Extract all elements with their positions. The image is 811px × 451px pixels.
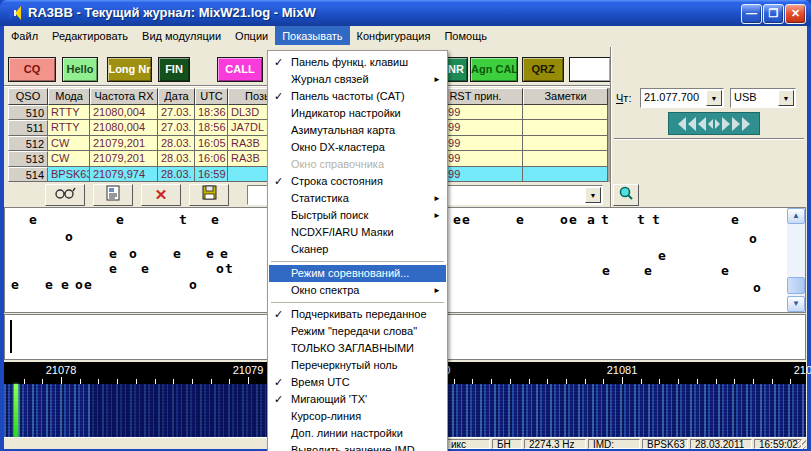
search-log-button[interactable] — [45, 184, 85, 206]
table-cell[interactable] — [523, 167, 608, 182]
table-cell[interactable]: 513 — [8, 151, 48, 166]
check-icon: ✓ — [274, 173, 288, 190]
table-header-Заметки[interactable]: Заметки — [523, 88, 608, 105]
table-cell[interactable]: 16:06 — [195, 151, 228, 166]
save-qso-button[interactable] — [189, 184, 229, 206]
frequency-dropdown-arrow-icon[interactable]: ▼ — [706, 90, 722, 106]
menubar-item-Помощь[interactable]: Помощь — [437, 26, 494, 45]
macro-button-CQ[interactable]: CQ — [8, 57, 56, 82]
table-cell[interactable]: CW — [48, 136, 90, 151]
dropdown-item-Индикатор настройки[interactable]: Индикатор настройки — [269, 105, 446, 122]
menubar-item-Файл[interactable]: Файл — [4, 26, 45, 45]
macro-button-FIN[interactable]: FIN — [158, 57, 190, 82]
dropdown-item-Быстрый поиск[interactable]: Быстрый поиск► — [269, 207, 446, 224]
dropdown-item-Строка состояния[interactable]: ✓Строка состояния — [269, 173, 446, 190]
dropdown-item-NCDXF/IARU Маяки[interactable]: NCDXF/IARU Маяки — [269, 224, 446, 241]
rx-scrollbar-thumb[interactable] — [787, 277, 805, 294]
submenu-arrow-icon: ► — [433, 282, 441, 299]
arrow-right-icon[interactable] — [742, 117, 750, 131]
table-cell[interactable]: 16:59 — [195, 167, 228, 182]
macro-button-blank-8[interactable] — [569, 57, 611, 82]
mode-combo[interactable]: USB ▼ — [730, 88, 796, 108]
table-cell[interactable] — [523, 105, 608, 120]
minimize-button[interactable]: — — [741, 4, 762, 24]
app-window: RA3BB - Текущий журнал: MixW21.log - Mix… — [0, 0, 811, 451]
dropdown-item-Сканер[interactable]: Сканер — [269, 241, 446, 258]
table-cell[interactable]: 28.03. — [158, 151, 195, 166]
dropdown-item-ТОЛЬКО ЗАГЛАВНЫМИ[interactable]: ТОЛЬКО ЗАГЛАВНЫМИ — [269, 340, 446, 357]
menubar-item-Редактировать[interactable]: Редактировать — [45, 26, 135, 45]
dropdown-item-Режим соревнований...[interactable]: Режим соревнований... — [269, 265, 446, 282]
edit-qso-button[interactable] — [93, 184, 133, 206]
dropdown-item-Панель функц. клавиш[interactable]: ✓Панель функц. клавиш — [269, 54, 446, 71]
table-cell[interactable]: BPSK63 — [48, 167, 90, 182]
table-cell[interactable]: 27.03. — [158, 120, 195, 135]
dropdown-item-Окно спектра[interactable]: Окно спектра► — [269, 282, 446, 299]
delete-qso-button[interactable]: ✕ — [141, 184, 181, 206]
table-header-UTC[interactable]: UTC — [195, 88, 228, 105]
maximize-button[interactable]: ❐ — [763, 4, 784, 24]
macro-button-QRZ[interactable]: QRZ — [522, 57, 564, 82]
dropdown-item-Панель частоты (CAT)[interactable]: ✓Панель частоты (CAT) — [269, 88, 446, 105]
dropdown-item-Режим "передачи слова"[interactable]: Режим "передачи слова" — [269, 323, 446, 340]
mode-dropdown-arrow-icon[interactable]: ▼ — [778, 90, 794, 106]
arrow-left-icon[interactable] — [688, 117, 696, 131]
dropdown-item-Азимутальная карта[interactable]: Азимутальная карта — [269, 122, 446, 139]
arrow-right-icon[interactable] — [732, 117, 740, 131]
dropdown-item-Перечеркнутый ноль[interactable]: Перечеркнутый ноль — [269, 357, 446, 374]
scroll-down-arrow-icon[interactable]: ▼ — [787, 296, 805, 312]
menubar-item-Показывать[interactable]: Показывать — [275, 26, 349, 45]
table-cell[interactable]: RTTY — [48, 105, 90, 120]
macro-button-Long Nr[interactable]: Long Nr — [107, 57, 152, 82]
scroll-up-arrow-icon[interactable]: ▲ — [787, 208, 805, 224]
menubar-item-Конфигурация[interactable]: Конфигурация — [350, 26, 438, 45]
table-cell[interactable]: 511 — [8, 120, 48, 135]
menubar-item-Вид модуляции[interactable]: Вид модуляции — [135, 26, 228, 45]
table-cell[interactable]: 514 — [8, 167, 48, 182]
close-button[interactable]: ✕ — [785, 4, 806, 24]
dropdown-item-Мигающий 'TX'[interactable]: ✓Мигающий 'TX' — [269, 391, 446, 408]
table-cell[interactable]: 18:36 — [195, 105, 228, 120]
table-cell[interactable]: 21079,201 — [90, 151, 158, 166]
menubar-item-Опции[interactable]: Опции — [228, 26, 275, 45]
arrow-left-icon[interactable] — [698, 117, 706, 131]
table-cell[interactable]: CW — [48, 151, 90, 166]
dropdown-item-Выводить значение IMD[interactable]: Выводить значение IMD — [269, 442, 446, 451]
table-cell[interactable]: 21079,974 — [90, 167, 158, 182]
table-header-Частота RX[interactable]: Частота RX — [90, 88, 158, 105]
dropdown-item-Подчеркивать переданное[interactable]: ✓Подчеркивать переданное — [269, 306, 446, 323]
dropdown-item-Журнал связей[interactable]: Журнал связей► — [269, 71, 446, 88]
table-cell[interactable]: 28.03. — [158, 136, 195, 151]
frequency-combo[interactable]: 21.077.700 ▼ — [640, 88, 724, 108]
table-cell[interactable]: 27.03. — [158, 105, 195, 120]
table-header-Мода[interactable]: Мода — [48, 88, 90, 105]
arrow-left-icon[interactable] — [678, 117, 686, 131]
macro-button-CALL[interactable]: CALL — [217, 57, 263, 82]
dropdown-item-Доп. линии настройки[interactable]: Доп. линии настройки — [269, 425, 446, 442]
arrow-right-icon[interactable] — [715, 119, 720, 129]
table-header-QSO[interactable]: QSO — [8, 88, 48, 105]
table-cell[interactable]: 28.03. — [158, 167, 195, 182]
table-cell[interactable]: 21080,004 — [90, 120, 158, 135]
table-cell[interactable]: RTTY — [48, 120, 90, 135]
table-cell[interactable]: 16:05 — [195, 136, 228, 151]
table-cell[interactable] — [523, 120, 608, 135]
dropdown-item-Окно DX-кластера[interactable]: Окно DX-кластера — [269, 139, 446, 156]
table-cell[interactable]: 510 — [8, 105, 48, 120]
table-cell[interactable]: 21080,004 — [90, 105, 158, 120]
dropdown-item-Время UTC[interactable]: ✓Время UTC — [269, 374, 446, 391]
table-cell[interactable] — [523, 136, 608, 151]
table-cell[interactable]: 512 — [8, 136, 48, 151]
table-header-Дата[interactable]: Дата — [158, 88, 195, 105]
macro-button-Agn CALL[interactable]: Agn CALL — [470, 57, 518, 82]
table-cell[interactable]: 21079,201 — [90, 136, 158, 151]
table-cell[interactable] — [523, 151, 608, 166]
macro-button-Hello[interactable]: Hello — [62, 57, 98, 82]
combo-dropdown-arrow-icon[interactable]: ▼ — [585, 187, 601, 203]
table-cell[interactable]: 18:56 — [195, 120, 228, 135]
arrow-left-icon[interactable] — [708, 119, 713, 129]
arrow-right-icon[interactable] — [722, 117, 730, 131]
dropdown-item-Статистика[interactable]: Статистика► — [269, 190, 446, 207]
dropdown-item-Курсор-линия[interactable]: Курсор-линия — [269, 408, 446, 425]
callbook-search-button[interactable] — [613, 184, 639, 206]
